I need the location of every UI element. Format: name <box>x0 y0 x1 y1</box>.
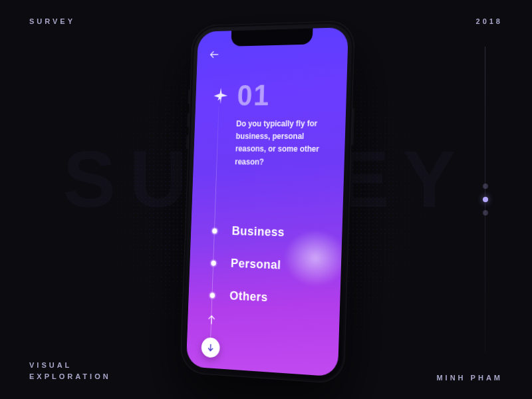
arrow-left-icon <box>209 49 220 61</box>
survey-screen: 01 Do you typically fly for business, pe… <box>186 27 348 377</box>
phone-frame: 01 Do you typically fly for business, pe… <box>180 21 355 384</box>
radio-bullet-icon <box>212 228 217 233</box>
question-header: 01 <box>211 81 271 110</box>
arrow-down-icon <box>206 342 215 352</box>
page-dot-3[interactable] <box>483 210 488 215</box>
page-dot-2[interactable] <box>483 197 488 202</box>
question-number: 01 <box>237 81 271 110</box>
header-title: SURVEY <box>29 17 75 25</box>
phone-notch <box>231 29 313 47</box>
next-button[interactable] <box>201 337 220 358</box>
option-business[interactable]: Business <box>207 223 329 241</box>
footer-left: VISUAL EXPLORATION <box>29 360 111 382</box>
back-button[interactable] <box>207 47 222 63</box>
option-label: Others <box>229 289 268 305</box>
footer-credit: MINH PHAM <box>436 374 503 382</box>
phone-stage: 01 Do you typically fly for business, pe… <box>180 21 355 384</box>
phone-screen: 01 Do you typically fly for business, pe… <box>186 27 348 377</box>
footer-left-line2: EXPLORATION <box>29 371 111 382</box>
radio-bullet-icon <box>210 293 215 298</box>
option-label: Business <box>231 224 285 239</box>
option-others[interactable]: Others <box>204 288 327 308</box>
question-text: Do you typically fly for business, perso… <box>235 118 329 170</box>
footer-left-line1: VISUAL <box>29 360 111 371</box>
page-dot-1[interactable] <box>483 184 488 189</box>
scroll-up-button[interactable] <box>206 314 217 327</box>
options-list: Business Personal Others <box>204 223 329 307</box>
page-indicator[interactable] <box>483 184 488 215</box>
arrow-up-icon <box>206 314 217 327</box>
header-year: 2018 <box>476 17 503 25</box>
option-label: Personal <box>231 257 281 273</box>
option-personal[interactable]: Personal <box>205 255 329 274</box>
airplane-icon <box>211 86 231 106</box>
radio-bullet-icon <box>211 260 216 265</box>
